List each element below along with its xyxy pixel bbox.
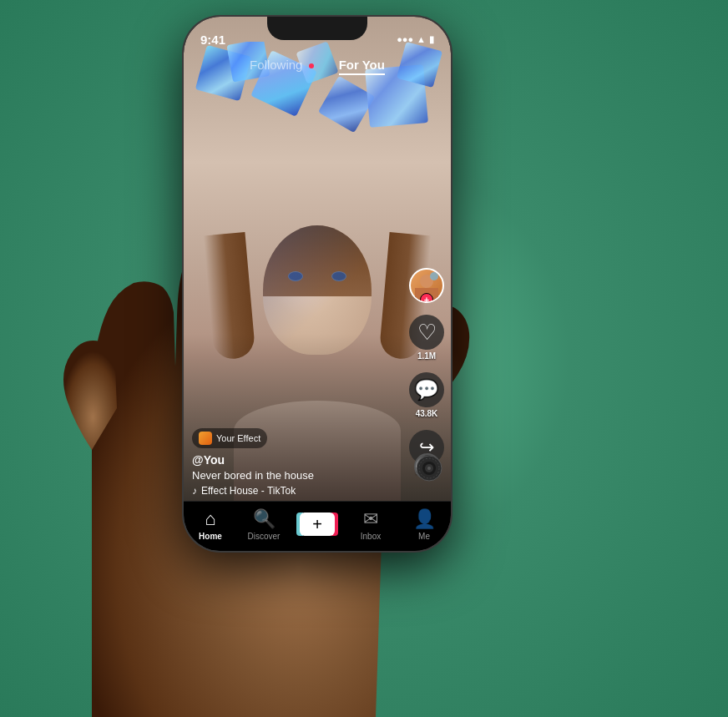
tab-home-label: Home [199, 532, 222, 541]
tab-create[interactable]: + [291, 513, 344, 536]
like-button[interactable]: ♡ [409, 315, 444, 350]
creator-avatar-item[interactable]: + [409, 268, 444, 303]
svg-point-8 [427, 467, 431, 470]
music-info: ♪ Effect House - TikTok [192, 485, 405, 497]
tab-discover-label: Discover [248, 532, 281, 541]
music-disc [414, 453, 441, 480]
follow-plus-button[interactable]: + [420, 293, 433, 303]
following-dot [309, 63, 314, 68]
video-username[interactable]: @You [192, 453, 405, 467]
inbox-icon: ✉ [363, 508, 378, 530]
tab-me[interactable]: 👤 Me [397, 508, 451, 541]
heart-icon: ♡ [417, 321, 437, 343]
plus-icon: + [312, 515, 322, 534]
nav-for-you[interactable]: For You [339, 58, 385, 75]
wifi-icon: ▲ [417, 34, 426, 44]
top-navigation: Following For You [184, 53, 451, 79]
battery-icon: ▮ [429, 34, 434, 45]
side-actions: + ♡ 1.1M 💬 43.8K [409, 268, 444, 476]
home-icon: ⌂ [205, 508, 215, 530]
tab-inbox[interactable]: ✉ Inbox [344, 508, 397, 541]
video-info-overlay: Your Effect @You Never bored in the hous… [192, 428, 405, 497]
comment-button[interactable]: 💬 [409, 372, 444, 407]
status-icons: ●●● ▲ ▮ [397, 34, 434, 45]
create-button[interactable]: + [300, 513, 335, 536]
discover-icon: 🔍 [253, 508, 276, 530]
tab-inbox-label: Inbox [361, 532, 381, 541]
me-icon: 👤 [413, 508, 436, 530]
music-name: Effect House - TikTok [201, 485, 296, 497]
tab-bar: ⌂ Home 🔍 Discover + ✉ Inbox [184, 501, 451, 551]
nav-following[interactable]: Following [250, 58, 314, 75]
signal-icon: ●●● [397, 34, 413, 44]
comment-icon: 💬 [414, 380, 439, 400]
add-button-inner: + [300, 513, 335, 536]
app-scene: 9:41 ●●● ▲ ▮ Following For You [0, 0, 728, 717]
effect-badge-text: Your Effect [216, 433, 260, 443]
tab-home[interactable]: ⌂ Home [184, 508, 237, 541]
status-time: 9:41 [200, 33, 225, 47]
music-note-icon: ♪ [192, 485, 197, 497]
tab-me-label: Me [418, 532, 430, 541]
effect-badge-icon [199, 432, 212, 445]
comment-count: 43.8K [416, 409, 438, 418]
video-caption: Never bored in the house [192, 469, 405, 482]
phone-device: 9:41 ●●● ▲ ▮ Following For You [184, 17, 451, 551]
effect-badge[interactable]: Your Effect [192, 428, 267, 448]
creator-avatar: + [409, 268, 444, 303]
phone-notch [267, 17, 367, 40]
like-count: 1.1M [417, 351, 436, 361]
like-action[interactable]: ♡ 1.1M [409, 315, 444, 361]
svg-point-3 [430, 272, 438, 280]
comment-action[interactable]: 💬 43.8K [409, 372, 444, 418]
phone-screen: 9:41 ●●● ▲ ▮ Following For You [184, 17, 451, 551]
tab-discover[interactable]: 🔍 Discover [237, 508, 291, 541]
